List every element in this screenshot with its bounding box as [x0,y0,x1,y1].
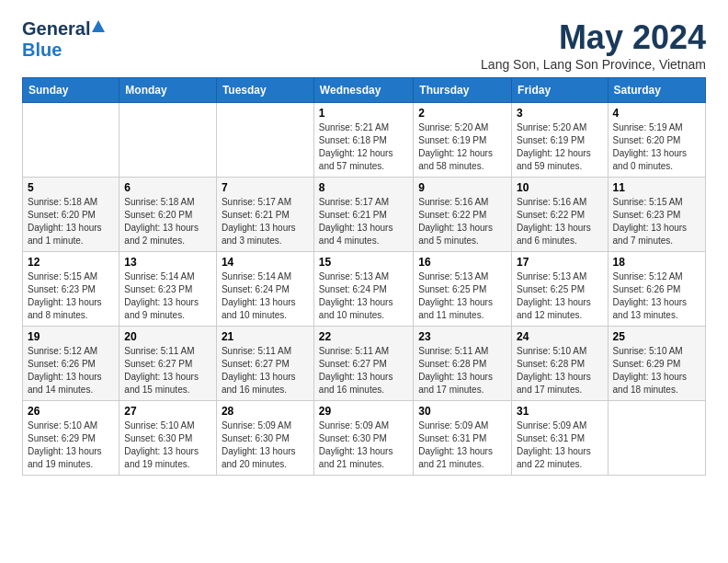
day-info: Sunrise: 5:09 AM Sunset: 6:30 PM Dayligh… [222,419,309,471]
week-row-2: 5Sunrise: 5:18 AM Sunset: 6:20 PM Daylig… [23,178,706,252]
day-cell: 20Sunrise: 5:11 AM Sunset: 6:27 PM Dayli… [119,327,217,401]
day-number: 14 [222,256,309,269]
day-cell: 2Sunrise: 5:20 AM Sunset: 6:19 PM Daylig… [414,103,512,178]
day-cell: 5Sunrise: 5:18 AM Sunset: 6:20 PM Daylig… [23,178,119,252]
day-info: Sunrise: 5:10 AM Sunset: 6:29 PM Dayligh… [28,419,114,471]
col-header-sunday: Sunday [23,78,119,103]
day-info: Sunrise: 5:17 AM Sunset: 6:21 PM Dayligh… [222,196,309,247]
calendar-table: SundayMondayTuesdayWednesdayThursdayFrid… [22,77,706,476]
header: General Blue May 2024 Lang Son, Lang Son… [22,18,706,72]
day-cell [216,103,313,178]
day-cell: 10Sunrise: 5:16 AM Sunset: 6:22 PM Dayli… [512,178,608,252]
day-number: 31 [517,405,602,418]
day-cell: 25Sunrise: 5:10 AM Sunset: 6:29 PM Dayli… [608,327,705,401]
day-cell: 28Sunrise: 5:09 AM Sunset: 6:30 PM Dayli… [216,401,313,476]
day-cell: 24Sunrise: 5:10 AM Sunset: 6:28 PM Dayli… [512,327,608,401]
day-number: 27 [124,405,211,418]
day-info: Sunrise: 5:09 AM Sunset: 6:31 PM Dayligh… [517,419,602,471]
day-number: 23 [418,330,506,343]
day-info: Sunrise: 5:13 AM Sunset: 6:25 PM Dayligh… [517,270,602,322]
day-cell: 11Sunrise: 5:15 AM Sunset: 6:23 PM Dayli… [608,178,705,252]
day-info: Sunrise: 5:18 AM Sunset: 6:20 PM Dayligh… [124,196,211,247]
week-row-3: 12Sunrise: 5:15 AM Sunset: 6:23 PM Dayli… [23,252,706,327]
day-cell: 8Sunrise: 5:17 AM Sunset: 6:21 PM Daylig… [313,178,413,252]
day-number: 10 [517,181,602,194]
day-info: Sunrise: 5:09 AM Sunset: 6:30 PM Dayligh… [319,419,408,471]
header-row: SundayMondayTuesdayWednesdayThursdayFrid… [23,78,706,103]
day-cell: 7Sunrise: 5:17 AM Sunset: 6:21 PM Daylig… [216,178,313,252]
day-number: 18 [613,256,700,269]
calendar-title: May 2024 [481,18,706,57]
day-number: 21 [222,330,309,343]
day-number: 19 [28,330,114,343]
day-cell [119,103,217,178]
day-info: Sunrise: 5:20 AM Sunset: 6:19 PM Dayligh… [418,121,506,173]
day-cell: 31Sunrise: 5:09 AM Sunset: 6:31 PM Dayli… [512,401,608,476]
calendar-subtitle: Lang Son, Lang Son Province, Vietnam [481,57,706,72]
day-cell: 19Sunrise: 5:12 AM Sunset: 6:26 PM Dayli… [23,327,119,401]
day-number: 6 [124,181,211,194]
day-info: Sunrise: 5:09 AM Sunset: 6:31 PM Dayligh… [418,419,506,471]
day-number: 7 [222,181,309,194]
day-info: Sunrise: 5:16 AM Sunset: 6:22 PM Dayligh… [418,196,506,247]
day-info: Sunrise: 5:11 AM Sunset: 6:28 PM Dayligh… [418,345,506,396]
col-header-thursday: Thursday [414,78,512,103]
day-cell: 29Sunrise: 5:09 AM Sunset: 6:30 PM Dayli… [313,401,413,476]
day-number: 11 [613,181,700,194]
col-header-tuesday: Tuesday [216,78,313,103]
day-number: 24 [517,330,602,343]
day-info: Sunrise: 5:12 AM Sunset: 6:26 PM Dayligh… [613,270,700,322]
day-cell: 12Sunrise: 5:15 AM Sunset: 6:23 PM Dayli… [23,252,119,327]
day-info: Sunrise: 5:18 AM Sunset: 6:20 PM Dayligh… [28,196,114,247]
day-number: 13 [124,256,211,269]
day-info: Sunrise: 5:13 AM Sunset: 6:25 PM Dayligh… [418,270,506,322]
day-number: 3 [517,107,602,120]
logo-blue-text: Blue [22,40,62,60]
week-row-4: 19Sunrise: 5:12 AM Sunset: 6:26 PM Dayli… [23,327,706,401]
day-info: Sunrise: 5:10 AM Sunset: 6:30 PM Dayligh… [124,419,211,471]
day-cell: 14Sunrise: 5:14 AM Sunset: 6:24 PM Dayli… [216,252,313,327]
day-info: Sunrise: 5:13 AM Sunset: 6:24 PM Dayligh… [319,270,408,322]
day-number: 9 [418,181,506,194]
day-info: Sunrise: 5:20 AM Sunset: 6:19 PM Dayligh… [517,121,602,173]
day-number: 29 [319,405,408,418]
day-number: 22 [319,330,408,343]
logo-triangle-icon [92,20,105,32]
day-info: Sunrise: 5:11 AM Sunset: 6:27 PM Dayligh… [124,345,211,396]
week-row-5: 26Sunrise: 5:10 AM Sunset: 6:29 PM Dayli… [23,401,706,476]
day-cell: 17Sunrise: 5:13 AM Sunset: 6:25 PM Dayli… [512,252,608,327]
title-area: May 2024 Lang Son, Lang Son Province, Vi… [481,18,706,72]
day-cell: 16Sunrise: 5:13 AM Sunset: 6:25 PM Dayli… [414,252,512,327]
day-info: Sunrise: 5:10 AM Sunset: 6:28 PM Dayligh… [517,345,602,396]
col-header-saturday: Saturday [608,78,705,103]
day-info: Sunrise: 5:15 AM Sunset: 6:23 PM Dayligh… [28,270,114,322]
day-number: 30 [418,405,506,418]
day-info: Sunrise: 5:16 AM Sunset: 6:22 PM Dayligh… [517,196,602,247]
day-cell: 6Sunrise: 5:18 AM Sunset: 6:20 PM Daylig… [119,178,217,252]
day-cell: 21Sunrise: 5:11 AM Sunset: 6:27 PM Dayli… [216,327,313,401]
day-info: Sunrise: 5:19 AM Sunset: 6:20 PM Dayligh… [613,121,700,173]
day-number: 16 [418,256,506,269]
day-cell: 27Sunrise: 5:10 AM Sunset: 6:30 PM Dayli… [119,401,217,476]
day-number: 20 [124,330,211,343]
day-cell [608,401,705,476]
day-number: 5 [28,181,114,194]
day-number: 15 [319,256,408,269]
day-info: Sunrise: 5:12 AM Sunset: 6:26 PM Dayligh… [28,345,114,396]
day-number: 8 [319,181,408,194]
day-cell: 22Sunrise: 5:11 AM Sunset: 6:27 PM Dayli… [313,327,413,401]
day-info: Sunrise: 5:21 AM Sunset: 6:18 PM Dayligh… [319,121,408,173]
day-info: Sunrise: 5:14 AM Sunset: 6:24 PM Dayligh… [222,270,309,322]
day-info: Sunrise: 5:14 AM Sunset: 6:23 PM Dayligh… [124,270,211,322]
day-cell: 18Sunrise: 5:12 AM Sunset: 6:26 PM Dayli… [608,252,705,327]
week-row-1: 1Sunrise: 5:21 AM Sunset: 6:18 PM Daylig… [23,103,706,178]
day-cell: 23Sunrise: 5:11 AM Sunset: 6:28 PM Dayli… [414,327,512,401]
day-info: Sunrise: 5:10 AM Sunset: 6:29 PM Dayligh… [613,345,700,396]
col-header-wednesday: Wednesday [313,78,413,103]
day-cell: 4Sunrise: 5:19 AM Sunset: 6:20 PM Daylig… [608,103,705,178]
logo: General Blue [22,18,105,61]
day-cell: 1Sunrise: 5:21 AM Sunset: 6:18 PM Daylig… [313,103,413,178]
logo-general-text: General [22,18,90,40]
day-cell [23,103,119,178]
day-cell: 30Sunrise: 5:09 AM Sunset: 6:31 PM Dayli… [414,401,512,476]
